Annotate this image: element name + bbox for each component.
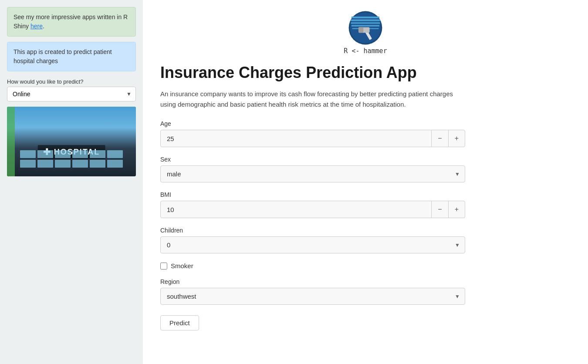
age-increment-button[interactable]: +	[448, 130, 465, 147]
children-select[interactable]: 0 1 2 3 4 5	[160, 236, 465, 253]
info-box: This app is created to predict patient h…	[7, 42, 136, 71]
bmi-input-wrapper: − +	[160, 201, 465, 218]
smoker-label[interactable]: Smoker	[171, 262, 193, 270]
hospital-windows	[20, 150, 123, 168]
bmi-group: BMI − +	[160, 191, 465, 218]
sex-select[interactable]: male female	[160, 165, 465, 182]
children-label: Children	[160, 227, 465, 234]
prediction-mode-group: How would you like to predict? Online Ba…	[7, 77, 136, 101]
logo-label: R <- hammer	[344, 47, 387, 55]
region-label: Region	[160, 278, 465, 285]
region-group: Region southwest southeast northwest nor…	[160, 278, 465, 305]
r-hammer-logo	[348, 10, 383, 45]
app-description: An insurance company wants to improve it…	[160, 89, 465, 110]
age-decrement-button[interactable]: −	[431, 130, 448, 147]
prediction-mode-label: How would you like to predict?	[7, 78, 136, 85]
age-group: Age − +	[160, 120, 465, 147]
svg-rect-10	[358, 27, 363, 33]
info-text: This app is created to predict patient h…	[14, 48, 112, 64]
smoker-group: Smoker	[160, 262, 571, 270]
app-title: Insurance Charges Prediction App	[160, 64, 571, 82]
sex-group: Sex male female ▼	[160, 156, 465, 182]
region-select[interactable]: southwest southeast northwest northeast	[160, 288, 465, 305]
sex-label: Sex	[160, 156, 465, 163]
prediction-mode-wrapper: Online Batch ▼	[7, 87, 136, 101]
hospital-image: ✚ HOSPITAL	[7, 107, 136, 176]
age-input-wrapper: − +	[160, 130, 465, 147]
promo-box: See my more impressive apps written in R…	[7, 7, 136, 37]
prediction-mode-select[interactable]: Online Batch	[7, 87, 136, 101]
bmi-increment-button[interactable]: +	[448, 201, 465, 218]
main-content: R <- hammer Insurance Charges Prediction…	[143, 0, 588, 364]
bmi-input[interactable]	[161, 202, 431, 218]
bmi-label: BMI	[160, 191, 465, 198]
predict-button[interactable]: Predict	[160, 315, 199, 330]
bmi-decrement-button[interactable]: −	[431, 201, 448, 218]
age-input[interactable]	[161, 131, 431, 147]
age-label: Age	[160, 120, 465, 127]
sidebar: See my more impressive apps written in R…	[0, 0, 143, 364]
children-group: Children 0 1 2 3 4 5 ▼	[160, 227, 465, 253]
children-select-wrapper: 0 1 2 3 4 5 ▼	[160, 236, 465, 253]
smoker-checkbox[interactable]	[160, 263, 167, 270]
promo-link[interactable]: here	[30, 23, 43, 30]
region-select-wrapper: southwest southeast northwest northeast …	[160, 288, 465, 305]
sex-select-wrapper: male female ▼	[160, 165, 465, 182]
logo-area: R <- hammer	[160, 10, 571, 55]
